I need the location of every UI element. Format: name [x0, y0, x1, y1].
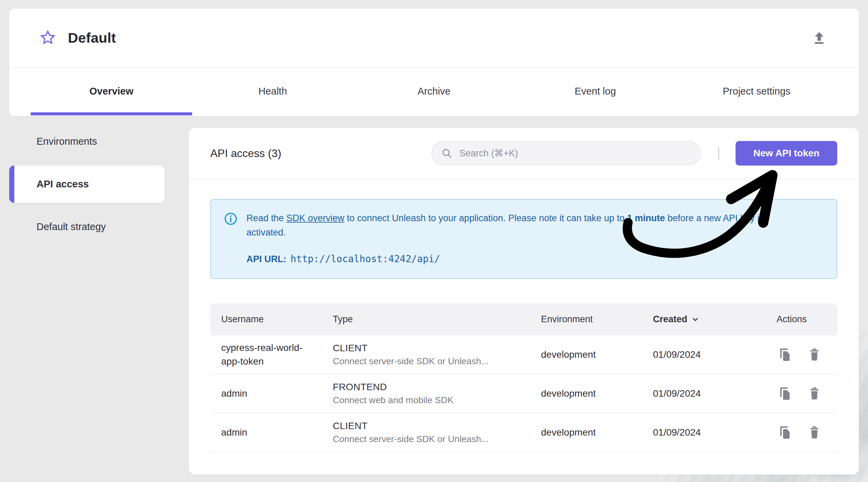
column-header-created[interactable]: Created	[653, 314, 777, 325]
search-box[interactable]	[431, 141, 701, 165]
export-button[interactable]	[811, 30, 827, 46]
token-type-cell: CLIENT Connect server-side SDK or Unleas…	[333, 421, 541, 444]
overview-sidebar: Environments API access Default strategy	[9, 127, 165, 241]
token-created-date: 01/09/2024	[653, 427, 777, 438]
tab-project-settings[interactable]: Project settings	[676, 68, 837, 115]
copy-icon	[777, 425, 792, 440]
token-environment: development	[541, 388, 653, 399]
magnifier-icon	[441, 147, 453, 159]
project-title: Default	[68, 30, 116, 46]
tab-overview[interactable]: Overview	[31, 68, 192, 115]
token-created-date: 01/09/2024	[653, 388, 777, 399]
token-created-date: 01/09/2024	[653, 349, 777, 360]
sidebar-item-default-strategy[interactable]: Default strategy	[9, 212, 165, 241]
api-url-value: http://localhost:4242/api/	[290, 253, 440, 265]
toolbar-divider	[718, 147, 719, 159]
column-header-username[interactable]: Username	[221, 314, 333, 325]
sidebar-item-api-access[interactable]: API access	[9, 166, 165, 203]
favorite-star-button[interactable]	[39, 29, 56, 46]
tab-health[interactable]: Health	[192, 68, 354, 115]
search-input[interactable]	[459, 148, 692, 159]
token-type-description: Connect server-side SDK or Unleash...	[333, 434, 541, 444]
project-tabs: Overview Health Archive Event log Projec…	[9, 68, 859, 115]
sdk-info-alert: Read the SDK overview to connect Unleash…	[210, 199, 837, 279]
sdk-overview-link[interactable]: SDK overview	[286, 213, 344, 223]
table-row: cypress-real-world-app-token CLIENT Conn…	[210, 336, 837, 374]
copy-token-button[interactable]	[777, 386, 792, 401]
column-header-environment[interactable]: Environment	[541, 314, 653, 325]
token-type-cell: FRONTEND Connect web and mobile SDK	[333, 382, 541, 406]
token-type: FRONTEND	[333, 382, 541, 393]
api-token-table: Username Type Environment Created Action…	[210, 303, 837, 452]
token-type: CLIENT	[333, 343, 541, 354]
page-title: API access (3)	[210, 147, 281, 160]
token-type: CLIENT	[333, 421, 541, 431]
column-header-actions[interactable]: Actions	[777, 314, 826, 325]
api-url-line: API URL:http://localhost:4242/api/	[246, 252, 786, 267]
copy-icon	[777, 347, 792, 363]
chevron-down-icon	[691, 315, 700, 324]
trash-icon	[807, 425, 822, 440]
api-access-toolbar: API access (3) New API token	[189, 128, 859, 179]
copy-token-button[interactable]	[777, 347, 792, 363]
project-header: Default	[9, 9, 859, 68]
new-api-token-button[interactable]: New API token	[736, 141, 837, 166]
table-row: admin FRONTEND Connect web and mobile SD…	[210, 374, 837, 413]
trash-icon	[807, 347, 822, 362]
token-environment: development	[541, 349, 653, 360]
tab-archive[interactable]: Archive	[353, 68, 515, 115]
api-url-label: API URL:	[246, 254, 286, 264]
upload-icon	[811, 30, 827, 46]
column-header-type[interactable]: Type	[333, 314, 541, 325]
token-username: admin	[221, 426, 333, 439]
info-circle-icon	[224, 212, 238, 226]
alert-body: Read the SDK overview to connect Unleash…	[246, 211, 786, 267]
token-actions	[777, 347, 826, 363]
token-type-cell: CLIENT Connect server-side SDK or Unleas…	[333, 343, 541, 367]
token-actions	[777, 425, 826, 440]
table-header-row: Username Type Environment Created Action…	[210, 303, 837, 336]
alert-emphasis: 1 minute	[627, 213, 665, 223]
copy-icon	[777, 386, 792, 401]
tab-event-log[interactable]: Event log	[515, 68, 676, 115]
token-environment: development	[541, 427, 653, 438]
token-type-description: Connect web and mobile SDK	[333, 395, 541, 406]
alert-text: Read the SDK overview to connect Unleash…	[246, 211, 786, 240]
delete-token-button[interactable]	[807, 347, 822, 363]
api-access-panel: API access (3) New API token Read the SD…	[189, 128, 859, 474]
token-username: admin	[221, 387, 333, 400]
copy-token-button[interactable]	[777, 425, 792, 440]
project-header-card: Default Overview Health Archive Event lo…	[9, 9, 859, 116]
table-row: admin CLIENT Connect server-side SDK or …	[210, 413, 837, 452]
star-outline-icon	[39, 29, 56, 46]
delete-token-button[interactable]	[807, 386, 822, 401]
token-actions	[777, 386, 826, 401]
delete-token-button[interactable]	[807, 425, 822, 440]
trash-icon	[807, 386, 822, 401]
token-type-description: Connect server-side SDK or Unleash...	[333, 356, 541, 367]
sidebar-item-environments[interactable]: Environments	[9, 127, 165, 156]
token-username: cypress-real-world-app-token	[221, 341, 333, 368]
